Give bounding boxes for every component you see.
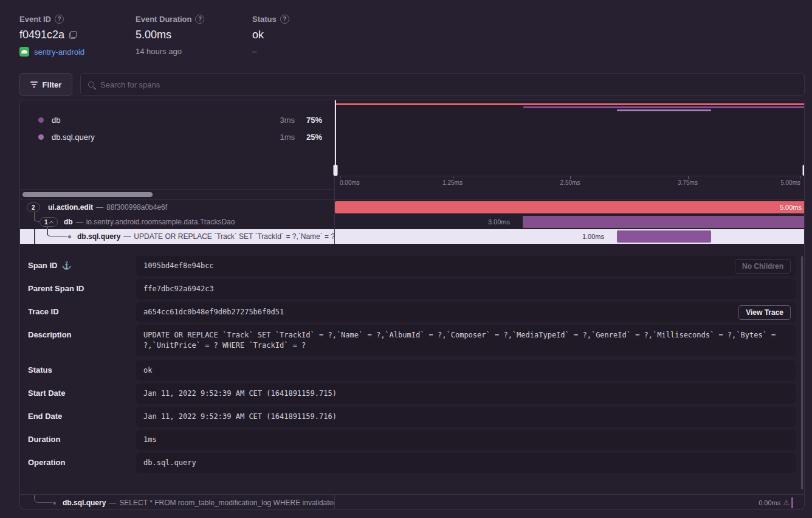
span-duration: 3.00ms bbox=[452, 215, 510, 229]
span-row-db-sql-query-select[interactable]: db.sql.query — SELECT * FROM room_table_… bbox=[20, 494, 805, 509]
spans-toolbar: Filter bbox=[19, 73, 805, 96]
span-desc: SELECT * FROM room_table_modification_lo… bbox=[119, 499, 334, 507]
detail-label: Duration bbox=[28, 435, 60, 444]
event-id-block: Event ID ? f0491c2a sentry-android bbox=[19, 15, 84, 57]
span-bar bbox=[523, 216, 805, 228]
search-icon bbox=[88, 81, 94, 88]
span-op: ui.action.edit bbox=[48, 203, 93, 212]
legend-item-db-sql-query[interactable]: db.sql.query 1ms 25% bbox=[38, 131, 322, 142]
op-color-dot bbox=[38, 134, 44, 140]
detail-value: db.sql.query bbox=[136, 453, 796, 473]
detail-label: Description bbox=[28, 330, 72, 339]
horizontal-scrollbar-thumb[interactable] bbox=[22, 192, 153, 197]
detail-value: 1ms bbox=[136, 430, 796, 450]
event-duration-label: Event Duration bbox=[136, 15, 191, 24]
span-duration: 5.00ms bbox=[780, 204, 802, 211]
chevron-up-icon bbox=[49, 221, 53, 225]
horizontal-scrollbar-track bbox=[20, 189, 334, 200]
detail-row-end-date: End Date Jan 11, 2022 9:52:39 AM CET (16… bbox=[28, 407, 796, 427]
legend-op-duration: 3ms bbox=[264, 116, 295, 125]
event-duration-value: 5.00ms bbox=[136, 29, 171, 41]
axis-label: 1.25ms bbox=[442, 179, 463, 186]
minimap-bar-ui-action-edit bbox=[335, 103, 805, 105]
help-icon[interactable]: ? bbox=[280, 15, 289, 24]
span-bar bbox=[791, 497, 793, 508]
detail-row-description: Description UPDATE OR REPLACE `Track` SE… bbox=[28, 325, 796, 356]
minimap-bar-db-sql-query bbox=[617, 109, 711, 111]
op-legend: db 3ms 75% db.sql.query 1ms 25% bbox=[20, 100, 334, 189]
event-id-label: Event ID ? bbox=[19, 15, 84, 24]
vertical-scrollbar-thumb[interactable] bbox=[801, 256, 803, 489]
project-link[interactable]: sentry-android bbox=[34, 47, 84, 57]
status-sub: – bbox=[252, 47, 289, 56]
event-id-label-text: Event ID bbox=[19, 15, 51, 24]
status-value: ok bbox=[252, 29, 264, 41]
help-icon[interactable]: ? bbox=[55, 15, 64, 24]
span-bar: 5.00ms bbox=[335, 201, 805, 213]
time-axis: 0.00ms 1.25ms 2.50ms 3.75ms 5.00ms bbox=[335, 176, 805, 189]
children-count-pill[interactable]: 1 bbox=[40, 217, 58, 227]
children-count-pill[interactable]: 2 bbox=[27, 202, 40, 212]
anchor-icon[interactable]: ⚓ bbox=[61, 261, 71, 270]
detail-value: Jan 11, 2022 9:52:39 AM CET (1641891159.… bbox=[136, 384, 796, 404]
view-trace-button[interactable]: View Trace bbox=[738, 305, 791, 320]
span-desc: 88f300998a0b4e6f bbox=[106, 203, 167, 212]
legend-op-name: db.sql.query bbox=[52, 133, 264, 142]
detail-row-start-date: Start Date Jan 11, 2022 9:52:39 AM CET (… bbox=[28, 384, 796, 404]
detail-value: a654cc61dc0b48ef9d0b27275b6f0d51 View Tr… bbox=[136, 302, 796, 322]
span-search-input[interactable] bbox=[100, 80, 797, 89]
detail-label: End Date bbox=[28, 412, 62, 421]
minimap-bar-db bbox=[523, 106, 805, 108]
span-row-db-sql-query-selected[interactable]: db.sql.query — UPDATE OR REPLACE `Track`… bbox=[20, 229, 805, 244]
span-search-box bbox=[80, 73, 805, 96]
detail-label: Operation bbox=[28, 458, 65, 467]
trace-minimap[interactable] bbox=[335, 100, 805, 176]
span-op: db bbox=[64, 218, 73, 226]
detail-row-span-id: Span ID ⚓ 1095bd4ef8e94bcc No Children bbox=[28, 256, 796, 276]
span-duration: 0.00ms bbox=[759, 495, 780, 509]
span-bar bbox=[617, 230, 711, 243]
legend-op-percent: 25% bbox=[295, 133, 322, 142]
span-desc: UPDATE OR REPLACE `Track` SET `TrackId` … bbox=[134, 232, 334, 241]
span-row-ui-action-edit[interactable]: 2 ui.action.edit — 88f300998a0b4e6f 5.00… bbox=[20, 200, 805, 215]
legend-item-db[interactable]: db 3ms 75% bbox=[38, 114, 322, 125]
axis-label: 0.00ms bbox=[340, 179, 360, 186]
detail-label: Status bbox=[28, 365, 52, 375]
span-op: db.sql.query bbox=[63, 499, 106, 507]
filter-button[interactable]: Filter bbox=[19, 73, 72, 96]
span-detail-panel: Span ID ⚓ 1095bd4ef8e94bcc No Children P… bbox=[20, 244, 805, 494]
detail-row-duration: Duration 1ms bbox=[28, 430, 796, 450]
legend-op-percent: 75% bbox=[295, 116, 322, 125]
detail-label: Start Date bbox=[28, 388, 65, 398]
no-children-button[interactable]: No Children bbox=[735, 259, 791, 274]
axis-label: 2.50ms bbox=[560, 179, 580, 186]
detail-value: ffe7dbc92a6942c3 bbox=[136, 279, 796, 299]
detail-row-status: Status ok bbox=[28, 361, 796, 381]
minimap-right-handle[interactable] bbox=[804, 100, 805, 176]
event-time-ago: 14 hours ago bbox=[136, 47, 204, 56]
detail-label: Trace ID bbox=[28, 307, 59, 316]
column-divider bbox=[334, 495, 335, 509]
span-duration: 1.00ms bbox=[546, 229, 604, 244]
trace-view-panel: db 3ms 75% db.sql.query 1ms 25% 0.00ms 1… bbox=[19, 100, 805, 509]
detail-value: Jan 11, 2022 9:52:39 AM CET (1641891159.… bbox=[136, 407, 796, 427]
filter-icon bbox=[30, 81, 38, 88]
minimap-left-handle[interactable] bbox=[335, 100, 336, 176]
span-desc: io.sentry.android.roomsample.data.Tracks… bbox=[86, 218, 235, 226]
axis-label: 3.75ms bbox=[678, 179, 698, 186]
warning-icon: ⚠ bbox=[783, 495, 790, 509]
event-duration-block: Event Duration ? 5.00ms 14 hours ago bbox=[136, 15, 204, 56]
detail-row-operation: Operation db.sql.query bbox=[28, 453, 796, 473]
help-icon[interactable]: ? bbox=[195, 15, 204, 24]
span-row-db[interactable]: 1 db — io.sentry.android.roomsample.data… bbox=[20, 215, 805, 229]
detail-label: Span ID bbox=[28, 261, 57, 270]
copy-icon[interactable] bbox=[69, 31, 77, 39]
legend-op-duration: 1ms bbox=[264, 133, 295, 142]
status-block: Status ? ok – bbox=[252, 15, 289, 56]
op-color-dot bbox=[38, 117, 44, 123]
span-op: db.sql.query bbox=[77, 232, 120, 241]
android-project-icon bbox=[19, 47, 29, 57]
detail-row-parent-span-id: Parent Span ID ffe7dbc92a6942c3 bbox=[28, 279, 796, 299]
axis-label: 5.00ms bbox=[780, 179, 800, 186]
span-tree: 2 ui.action.edit — 88f300998a0b4e6f 5.00… bbox=[20, 200, 805, 244]
